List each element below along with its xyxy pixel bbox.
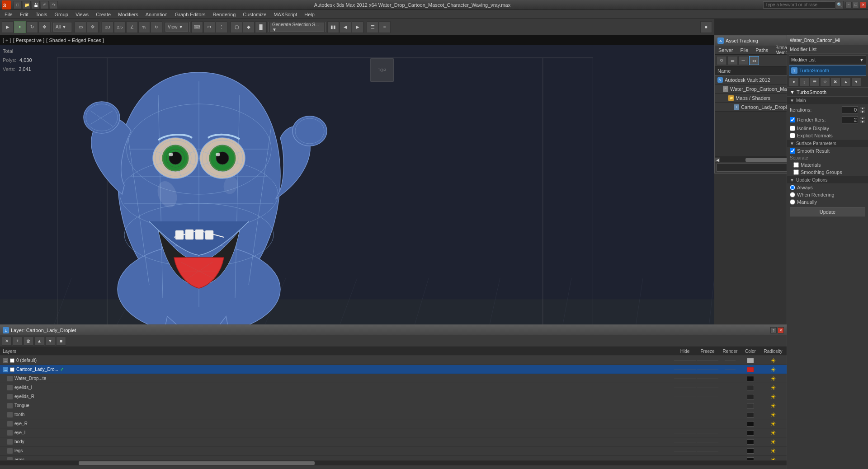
layer-cartoon-checkbox[interactable] xyxy=(10,367,14,372)
menu-create[interactable]: Create xyxy=(92,11,114,18)
align-tool[interactable]: ⋮ xyxy=(216,21,227,33)
polys-label: Polys: xyxy=(3,57,16,63)
layer-row-eyelids-r[interactable]: eyelids_R ———— ———— ☀ xyxy=(0,392,787,401)
layer-eye-r-name: eye_R xyxy=(14,421,28,426)
search-input[interactable] xyxy=(763,1,835,9)
layer-row-waterdrop[interactable]: Water_Drop...te ———— ———— ☀ xyxy=(0,374,787,383)
search-icon[interactable]: 🔍 xyxy=(835,1,844,9)
layer-row-eye-l[interactable]: eye_L ———— ———— ☀ xyxy=(0,428,787,437)
prev-frame[interactable]: ◀ xyxy=(340,21,351,33)
layers-btn[interactable]: ☰ xyxy=(367,21,378,33)
undo-btn[interactable]: ↶ xyxy=(41,1,49,9)
render-frame[interactable]: █ xyxy=(255,21,267,33)
menu-file[interactable]: File xyxy=(1,11,16,18)
layer-close-btn[interactable]: ✕ xyxy=(778,327,784,333)
menu-group[interactable]: Group xyxy=(51,11,72,18)
layer-default-checkbox[interactable] xyxy=(10,358,14,363)
layer-wd-icon xyxy=(7,376,13,381)
layer-default-name: 0 (default) xyxy=(16,358,37,363)
layer-row-tongue[interactable]: Tongue ———— ———— ☀ xyxy=(0,401,787,410)
mirror-tool[interactable]: ↦ xyxy=(203,21,215,33)
select-named[interactable]: Generate Selection S... ▼ xyxy=(270,23,324,32)
layer-help-btn[interactable]: ? xyxy=(770,327,777,333)
layer-row-cartoon[interactable]: ☰ Cartoon_Lady_Dro... ✓ ———— ———— —— ☀ xyxy=(0,365,787,374)
named-selection[interactable]: ⌨ xyxy=(191,21,203,33)
open-btn[interactable]: 📁 xyxy=(23,1,31,9)
menu-tools[interactable]: Tools xyxy=(32,11,51,18)
layer-icon: L xyxy=(3,327,9,333)
extras-btn[interactable]: ≡ xyxy=(379,21,391,33)
view-dropdown[interactable]: View ▼ xyxy=(165,23,188,32)
selection-rect[interactable]: ▭ xyxy=(75,21,86,33)
menu-views[interactable]: Views xyxy=(72,11,92,18)
vp-perspective[interactable]: [ Perspective ] xyxy=(13,38,45,43)
svg-text:3: 3 xyxy=(3,3,6,8)
layer-tree-icon: ☰ xyxy=(3,358,8,363)
rotate-tool[interactable]: ↻ xyxy=(26,21,38,33)
toolbar-quick-access: □ 📁 💾 ↶ ↷ xyxy=(14,1,58,9)
next-frame[interactable]: ▶ xyxy=(352,21,363,33)
layer-scroll-thumb[interactable] xyxy=(79,461,315,465)
snap-spinner[interactable]: ↻ xyxy=(151,21,162,33)
svg-point-56 xyxy=(169,153,173,156)
polys-stat: Polys: 4,030 xyxy=(3,56,32,65)
snap-3d[interactable]: 3D xyxy=(102,21,113,33)
layer-toolbar: ✕ + 🗑 ▲ ▼ ■ xyxy=(0,335,787,347)
minimize-btn[interactable]: − xyxy=(845,2,852,8)
select-tool[interactable]: ▶ xyxy=(2,21,14,33)
menu-modifiers[interactable]: Modifiers xyxy=(114,11,142,18)
play-anim[interactable]: ▮▮ xyxy=(327,21,339,33)
layer-row-tooth[interactable]: tooth ———— ———— ☀ xyxy=(0,410,787,419)
menu-maxscript[interactable]: MAXScript xyxy=(270,11,301,18)
window-cross[interactable]: ✥ xyxy=(87,21,99,33)
layer-row-arms[interactable]: arms ———— ———— ☀ xyxy=(0,455,787,460)
layer-body-icon xyxy=(7,439,13,445)
layer-add-btn[interactable]: + xyxy=(13,337,23,346)
layer-row-eye-r[interactable]: eye_R ———— ———— ☀ xyxy=(0,419,787,428)
vp-bracket1[interactable]: [ + ] xyxy=(3,38,11,43)
layer-hscrollbar[interactable] xyxy=(0,460,787,465)
layer-close-x[interactable]: ✕ xyxy=(2,337,12,346)
redo-btn[interactable]: ↷ xyxy=(50,1,58,9)
menu-graph-editors[interactable]: Graph Editors xyxy=(171,11,209,18)
layer-move-down-btn[interactable]: ▼ xyxy=(45,337,55,346)
new-btn[interactable]: □ xyxy=(14,1,22,9)
maximize-btn[interactable]: □ xyxy=(853,2,859,8)
layer-row-eyelids-l[interactable]: eyelids_l ———— ———— ☀ xyxy=(0,383,787,392)
polys-value: 4,030 xyxy=(19,57,32,63)
layer-select-objs-btn[interactable]: ■ xyxy=(56,337,66,346)
layer-row-body[interactable]: body ———— ———— ☀ xyxy=(0,437,787,446)
move-tool[interactable]: ⌖ xyxy=(14,21,26,33)
scale-tool[interactable]: ✥ xyxy=(38,21,50,33)
layer-cartoon-tree-icon: ☰ xyxy=(3,367,8,372)
snap-2d[interactable]: 2.5 xyxy=(114,21,126,33)
render-setup[interactable]: ◆ xyxy=(243,21,255,33)
layer-panel: L Layer: Cartoon_Lady_Droplet ? ✕ ✕ + 🗑 … xyxy=(0,324,787,469)
svg-rect-74 xyxy=(205,230,213,239)
menu-edit[interactable]: Edit xyxy=(16,11,32,18)
menu-animation[interactable]: Animation xyxy=(142,11,171,18)
render-col-header: Render xyxy=(719,349,741,354)
filter-dropdown[interactable]: All ▼ xyxy=(53,23,71,32)
layer-el-icon xyxy=(7,385,13,390)
snap-percent[interactable]: % xyxy=(138,21,150,33)
menu-customize[interactable]: Customize xyxy=(239,11,270,18)
material-editor[interactable]: ▢ xyxy=(231,21,242,33)
save-btn[interactable]: 💾 xyxy=(32,1,40,9)
layer-tongue-icon xyxy=(7,403,13,408)
vp-shading[interactable]: [ Shaded + Edged Faces ] xyxy=(46,38,104,43)
svg-rect-71 xyxy=(175,230,184,239)
layer-row-default[interactable]: ☰ 0 (default) ———— ———— —— ☀ xyxy=(0,356,787,365)
menu-help[interactable]: Help xyxy=(301,11,318,18)
layer-row-legs[interactable]: legs ———— ———— ☀ xyxy=(0,446,787,455)
layer-legs-name: legs xyxy=(14,448,23,453)
snap-angle[interactable]: ∠ xyxy=(126,21,138,33)
verts-label: Verts: xyxy=(3,66,15,72)
obj-props-btn[interactable]: ■ xyxy=(700,21,712,33)
layer-delete-btn[interactable]: 🗑 xyxy=(24,337,33,346)
layer-er2-icon xyxy=(7,421,13,427)
layer-tooth-name: tooth xyxy=(14,412,24,417)
close-btn[interactable]: ✕ xyxy=(860,2,866,8)
layer-move-up-btn[interactable]: ▲ xyxy=(34,337,44,346)
menu-rendering[interactable]: Rendering xyxy=(209,11,240,18)
